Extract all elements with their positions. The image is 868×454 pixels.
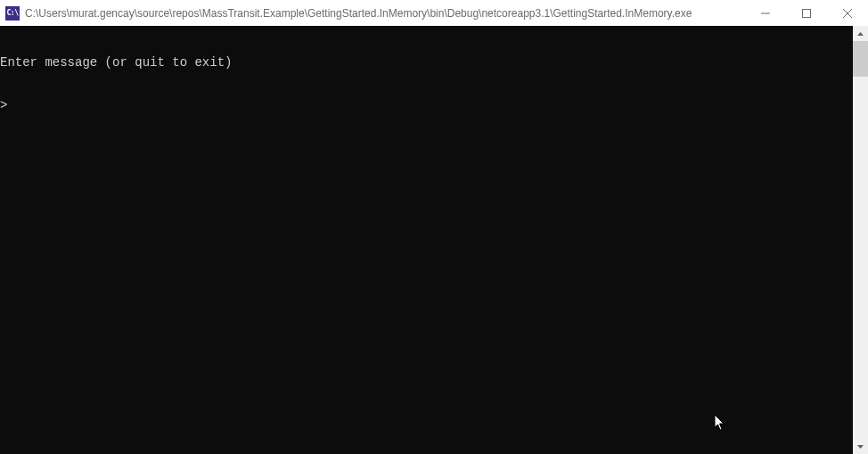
vertical-scrollbar[interactable]: [853, 26, 868, 454]
close-icon: [843, 9, 852, 18]
scroll-thumb[interactable]: [853, 41, 868, 77]
console-output[interactable]: Enter message (or quit to exit) >: [0, 26, 853, 454]
scroll-down-button[interactable]: [853, 439, 868, 454]
maximize-icon: [802, 9, 811, 18]
icon-text: C:\: [7, 9, 19, 17]
maximize-button[interactable]: [786, 0, 827, 26]
minimize-button[interactable]: [745, 0, 786, 26]
close-button[interactable]: [827, 0, 868, 26]
scroll-up-button[interactable]: [853, 26, 868, 41]
console-area: Enter message (or quit to exit) >: [0, 26, 868, 454]
svg-rect-1: [803, 9, 811, 17]
console-line: Enter message (or quit to exit): [0, 55, 853, 70]
scroll-track[interactable]: [853, 41, 868, 439]
chevron-down-icon: [857, 445, 864, 449]
console-app-icon: C:\: [5, 6, 20, 21]
minimize-icon: [761, 9, 770, 18]
titlebar[interactable]: C:\ C:\Users\murat.gencay\source\repos\M…: [0, 0, 868, 26]
window-title: C:\Users\murat.gencay\source\repos\MassT…: [25, 7, 745, 20]
chevron-up-icon: [857, 32, 864, 36]
window-controls: [745, 0, 868, 26]
console-prompt: >: [0, 98, 853, 112]
console-window: C:\ C:\Users\murat.gencay\source\repos\M…: [0, 0, 868, 454]
